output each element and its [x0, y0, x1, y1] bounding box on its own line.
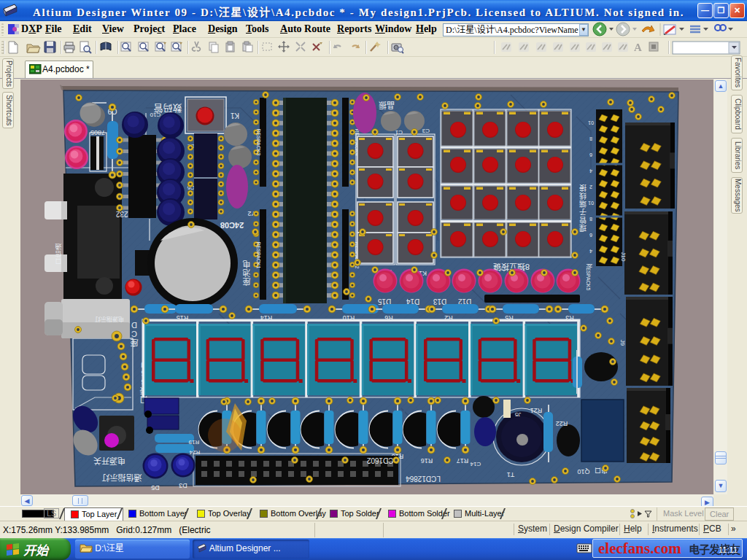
- svg-text:RESPACK5: RESPACK5: [586, 264, 591, 291]
- svg-text:理: 理: [579, 224, 587, 232]
- svg-text:Q10: Q10: [577, 468, 589, 475]
- svg-text:电源指示灯: 电源指示灯: [95, 316, 124, 323]
- svg-text:晶振: 晶振: [379, 101, 395, 110]
- svg-text:LCD12864: LCD12864: [406, 475, 441, 483]
- svg-text:24C08: 24C08: [220, 221, 244, 230]
- svg-text:R17: R17: [457, 457, 469, 464]
- svg-text:R6: R6: [384, 314, 393, 322]
- svg-text:J9: J9: [619, 340, 626, 346]
- svg-text:C: C: [131, 330, 137, 338]
- svg-text:电: 电: [243, 260, 251, 268]
- svg-text:R21: R21: [530, 407, 543, 414]
- svg-text:池: 池: [243, 268, 251, 277]
- svg-text:座: 座: [131, 338, 139, 348]
- svg-text:数码管: 数码管: [153, 103, 182, 114]
- svg-text:端: 端: [579, 200, 587, 209]
- svg-text:R19: R19: [188, 439, 199, 446]
- svg-text:R10: R10: [343, 314, 355, 322]
- svg-text:R15: R15: [177, 314, 189, 322]
- svg-text:4: 4: [589, 168, 592, 174]
- svg-text:接: 接: [579, 184, 587, 192]
- svg-text:R3: R3: [565, 314, 574, 322]
- svg-text:口: 口: [55, 257, 61, 265]
- svg-text:D: D: [131, 321, 137, 330]
- svg-text:J5: J5: [514, 411, 521, 418]
- svg-text:8: 8: [589, 217, 592, 222]
- svg-text:管: 管: [579, 216, 587, 225]
- svg-text:线: 线: [579, 192, 587, 201]
- svg-text:D13: D13: [433, 298, 446, 306]
- svg-text:8: 8: [589, 136, 592, 141]
- svg-text:C14: C14: [470, 461, 481, 467]
- svg-text:RESPACK1: RESPACK1: [256, 242, 261, 269]
- svg-text:T1: T1: [507, 471, 515, 478]
- svg-text:R14: R14: [260, 314, 273, 322]
- svg-text:C3: C3: [422, 128, 430, 134]
- svg-text:4: 4: [589, 249, 592, 254]
- svg-text:2: 2: [589, 184, 592, 190]
- svg-text:6: 6: [589, 233, 592, 238]
- svg-text:7805: 7805: [90, 129, 105, 136]
- svg-text:D5: D5: [151, 484, 160, 491]
- svg-text:信: 信: [55, 250, 61, 258]
- svg-text:子: 子: [579, 208, 587, 216]
- svg-text:通: 通: [55, 243, 61, 250]
- svg-text:01: 01: [588, 201, 594, 206]
- svg-text:D3: D3: [179, 482, 187, 489]
- svg-text:R24: R24: [189, 449, 200, 456]
- svg-text:RESPACK3: RESPACK3: [256, 129, 261, 156]
- svg-text:R16: R16: [421, 457, 433, 464]
- svg-text:K1: K1: [230, 112, 239, 120]
- svg-text:R22: R22: [556, 420, 568, 427]
- svg-text:R5: R5: [505, 314, 514, 322]
- svg-text:A: A: [634, 42, 642, 53]
- svg-text:R2: R2: [444, 314, 453, 322]
- svg-text:J10: J10: [620, 252, 627, 262]
- svg-text:01: 01: [588, 120, 594, 125]
- svg-text:座: 座: [243, 277, 251, 287]
- svg-text:6: 6: [589, 152, 592, 158]
- svg-text:C1: C1: [395, 129, 403, 136]
- svg-text:通信指示灯: 通信指示灯: [102, 473, 142, 483]
- svg-text:电源开关: 电源开关: [93, 456, 125, 466]
